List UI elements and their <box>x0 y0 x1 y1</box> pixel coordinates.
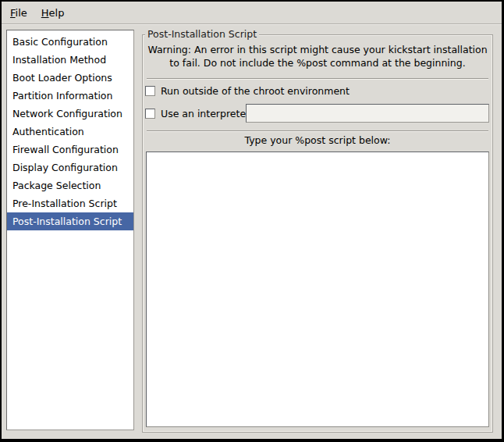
frame-title: Post-Installation Script <box>145 28 259 40</box>
menu-file-rest: ile <box>16 7 27 19</box>
sidebar-item-basic-configuration[interactable]: Basic Configuration <box>7 33 133 51</box>
sidebar-item-post-installation-script[interactable]: Post-Installation Script <box>7 212 133 230</box>
interpreter-entry[interactable] <box>246 104 489 123</box>
sidebar-item-pre-installation-script[interactable]: Pre-Installation Script <box>7 194 133 212</box>
sidebar-item-boot-loader-options[interactable]: Boot Loader Options <box>7 69 133 87</box>
sidebar-item-network-configuration[interactable]: Network Configuration <box>7 105 133 123</box>
menu-help-accel: H <box>41 7 49 19</box>
separator <box>147 130 488 132</box>
chroot-checkbox-label: Run outside of the chroot environment <box>161 85 350 97</box>
section-list: Basic Configuration Installation Method … <box>6 30 134 430</box>
chroot-checkbox-row[interactable]: Run outside of the chroot environment <box>145 85 350 97</box>
sidebar-item-display-configuration[interactable]: Display Configuration <box>7 159 133 176</box>
interpreter-checkbox-label: Use an interpreter: <box>161 108 253 119</box>
interpreter-checkbox-row[interactable]: Use an interpreter: <box>145 108 253 119</box>
menu-help[interactable]: Help <box>34 4 72 22</box>
menu-file[interactable]: File <box>3 4 34 22</box>
kickstart-configurator-window: File Help Basic Configuration Installati… <box>2 2 502 439</box>
post-script-textarea[interactable] <box>146 151 489 427</box>
warning-line2: to fail. Do not include the %post comman… <box>143 56 492 70</box>
sidebar-item-authentication[interactable]: Authentication <box>7 123 133 141</box>
script-area-label: Type your %post script below: <box>143 134 492 146</box>
chroot-checkbox[interactable] <box>145 86 155 96</box>
sidebar-item-firewall-configuration[interactable]: Firewall Configuration <box>7 141 133 159</box>
sidebar-item-installation-method[interactable]: Installation Method <box>7 51 133 69</box>
warning-label: Warning: An error in this script might c… <box>143 43 492 70</box>
separator <box>147 78 488 80</box>
sidebar-item-package-selection[interactable]: Package Selection <box>7 176 133 194</box>
menubar: File Help <box>2 2 502 24</box>
menu-help-rest: elp <box>49 7 65 19</box>
post-installation-frame: Post-Installation Script Warning: An err… <box>142 34 493 433</box>
sidebar-item-partition-information[interactable]: Partition Information <box>7 87 133 105</box>
interpreter-checkbox[interactable] <box>145 109 155 119</box>
warning-line1: Warning: An error in this script might c… <box>143 43 492 56</box>
